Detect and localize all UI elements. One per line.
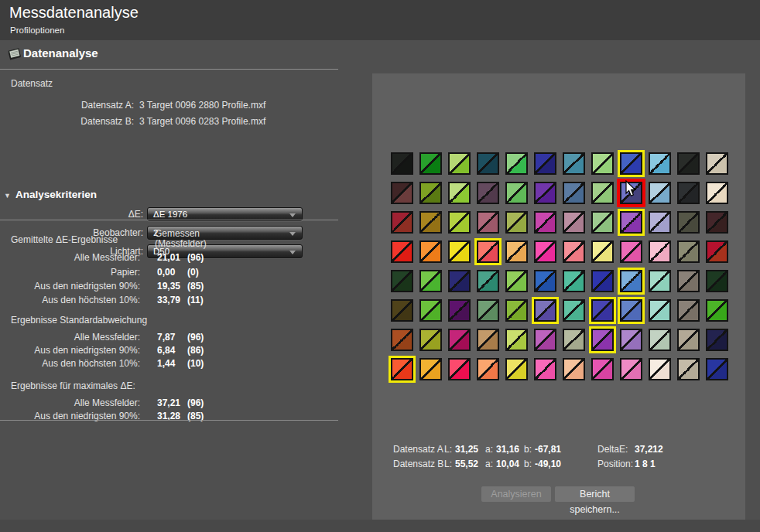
color-patch-r8-c4[interactable] (477, 358, 499, 380)
color-patch-r6-c2[interactable] (419, 299, 442, 322)
color-patch-r7-c5[interactable] (505, 329, 528, 351)
dataset-a-filename: 3 Target 0096 2880 Profile.mxf (139, 100, 265, 111)
color-patch-r6-c6[interactable] (534, 299, 556, 322)
color-patch-r4-c9[interactable] (620, 240, 642, 263)
analyze-button[interactable]: Analysieren (481, 486, 551, 502)
color-patch-r3-c8[interactable] (591, 211, 614, 234)
gemessen-column-header: Gemessen (Messfelder) (155, 229, 207, 249)
color-patch-r3-c4[interactable] (477, 211, 499, 234)
color-patch-r1-c11[interactable] (677, 152, 700, 175)
color-patch-r8-c6[interactable] (534, 358, 556, 380)
color-patch-r6-c1[interactable] (391, 299, 413, 322)
color-patch-r4-c12[interactable] (706, 240, 728, 263)
color-patch-r7-c12[interactable] (706, 329, 728, 351)
color-patch-r3-c11[interactable] (677, 211, 700, 234)
color-patch-r5-c1[interactable] (391, 270, 413, 292)
color-patch-r4-c3[interactable] (448, 240, 471, 263)
color-patch-r3-c10[interactable] (649, 211, 671, 234)
color-patch-r5-c8[interactable] (591, 270, 614, 292)
color-patch-r8-c9[interactable] (620, 358, 642, 380)
color-patch-r7-c11[interactable] (677, 329, 700, 351)
color-patch-r6-c11[interactable] (677, 299, 700, 322)
color-patch-r8-c12[interactable] (706, 358, 728, 380)
color-patch-r6-c4[interactable] (477, 299, 499, 322)
color-patch-r2-c4[interactable] (477, 182, 499, 204)
color-patch-r2-c10[interactable] (649, 182, 671, 204)
color-patch-r2-c2[interactable] (419, 182, 442, 204)
color-patch-r6-c7[interactable] (563, 299, 585, 322)
color-patch-r8-c10[interactable] (649, 358, 671, 380)
color-patch-r1-c8[interactable] (591, 152, 614, 175)
color-patch-r1-c12[interactable] (706, 152, 728, 175)
color-patch-r4-c5[interactable] (505, 240, 528, 263)
color-patch-r7-c1[interactable] (391, 329, 413, 351)
color-patch-r2-c3[interactable] (448, 182, 471, 204)
color-patch-r2-c11[interactable] (677, 182, 700, 204)
color-patch-r3-c5[interactable] (505, 211, 528, 234)
color-patch-r2-c6[interactable] (534, 182, 556, 204)
color-patch-r5-c9[interactable] (620, 270, 642, 292)
color-patch-r5-c7[interactable] (563, 270, 585, 292)
color-patch-r1-c6[interactable] (534, 152, 556, 175)
color-patch-r2-c12[interactable] (706, 182, 728, 204)
save-report-button[interactable]: Bericht speichern... (555, 486, 635, 502)
color-patch-r1-c4[interactable] (477, 152, 499, 175)
color-patch-r3-c6[interactable] (534, 211, 556, 234)
color-patch-r7-c4[interactable] (477, 329, 499, 351)
color-patch-r1-c9[interactable] (620, 152, 642, 175)
color-patch-r6-c3[interactable] (448, 299, 471, 322)
color-patch-r7-c7[interactable] (563, 329, 585, 351)
color-patch-r8-c3[interactable] (448, 358, 471, 380)
collapse-triangle-icon[interactable]: ▼ (4, 192, 11, 200)
color-patch-r8-c8[interactable] (591, 358, 614, 380)
color-patch-r6-c10[interactable] (649, 299, 671, 322)
color-patch-r5-c11[interactable] (677, 270, 700, 292)
color-patch-r8-c1[interactable] (391, 358, 413, 380)
color-patch-r3-c2[interactable] (419, 211, 442, 234)
color-patch-r6-c12[interactable] (706, 299, 728, 322)
color-patch-r7-c2[interactable] (419, 329, 442, 351)
color-patch-r8-c2[interactable] (419, 358, 442, 380)
color-patch-r5-c4[interactable] (477, 270, 499, 292)
color-patch-r7-c3[interactable] (448, 329, 471, 351)
color-patch-r5-c5[interactable] (505, 270, 528, 292)
color-patch-r7-c8[interactable] (591, 329, 614, 351)
color-patch-r6-c9[interactable] (620, 299, 642, 322)
color-patch-r4-c8[interactable] (591, 240, 614, 263)
color-patch-r7-c10[interactable] (649, 329, 671, 351)
color-patch-r4-c2[interactable] (419, 240, 442, 263)
color-patch-r2-c5[interactable] (505, 182, 528, 204)
color-patch-r7-c9[interactable] (620, 329, 642, 351)
color-patch-r4-c7[interactable] (563, 240, 585, 263)
color-patch-r8-c5[interactable] (505, 358, 528, 380)
color-patch-r4-c6[interactable] (534, 240, 556, 263)
color-patch-r8-c11[interactable] (677, 358, 700, 380)
color-patch-r1-c2[interactable] (419, 152, 442, 175)
color-patch-r1-c7[interactable] (563, 152, 585, 175)
color-patch-r6-c8[interactable] (591, 299, 614, 322)
color-patch-r4-c4[interactable] (477, 240, 499, 263)
color-patch-r5-c2[interactable] (419, 270, 442, 292)
color-patch-r4-c11[interactable] (677, 240, 700, 263)
color-patch-r4-c10[interactable] (649, 240, 671, 263)
color-patch-r1-c10[interactable] (649, 152, 671, 175)
color-patch-r7-c6[interactable] (534, 329, 556, 351)
color-patch-r3-c12[interactable] (706, 211, 728, 234)
color-patch-r5-c6[interactable] (534, 270, 556, 292)
color-patch-r6-c5[interactable] (505, 299, 528, 322)
color-patch-r1-c1[interactable] (391, 152, 413, 175)
color-patch-r3-c7[interactable] (563, 211, 585, 234)
color-patch-r3-c3[interactable] (448, 211, 471, 234)
color-patch-r1-c5[interactable] (505, 152, 528, 175)
color-patch-r8-c7[interactable] (563, 358, 585, 380)
color-patch-r3-c9[interactable] (620, 211, 642, 234)
color-patch-r2-c7[interactable] (563, 182, 585, 204)
color-patch-r2-c8[interactable] (591, 182, 614, 204)
color-patch-r5-c12[interactable] (706, 270, 728, 292)
color-patch-r5-c3[interactable] (448, 270, 471, 292)
color-patch-r5-c10[interactable] (649, 270, 671, 292)
color-patch-r2-c1[interactable] (391, 182, 413, 204)
color-patch-r4-c1[interactable] (391, 240, 413, 263)
color-patch-r1-c3[interactable] (448, 152, 471, 175)
color-patch-r3-c1[interactable] (391, 211, 413, 234)
